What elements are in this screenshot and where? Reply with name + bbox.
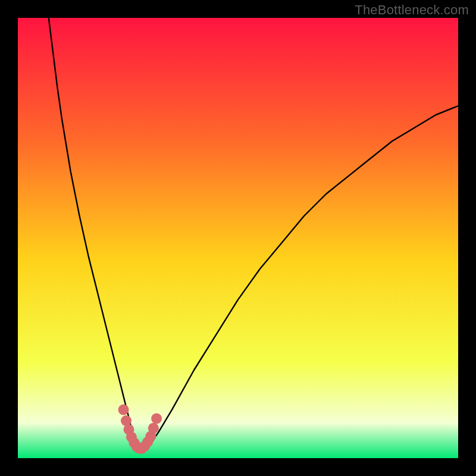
chart-svg (18, 18, 458, 458)
chart-frame: TheBottleneck.com (0, 0, 476, 476)
watermark-text: TheBottleneck.com (355, 2, 469, 18)
valley-marker (118, 405, 129, 415)
valley-marker (148, 423, 159, 434)
plot-area (18, 18, 458, 458)
valley-marker (151, 413, 162, 424)
